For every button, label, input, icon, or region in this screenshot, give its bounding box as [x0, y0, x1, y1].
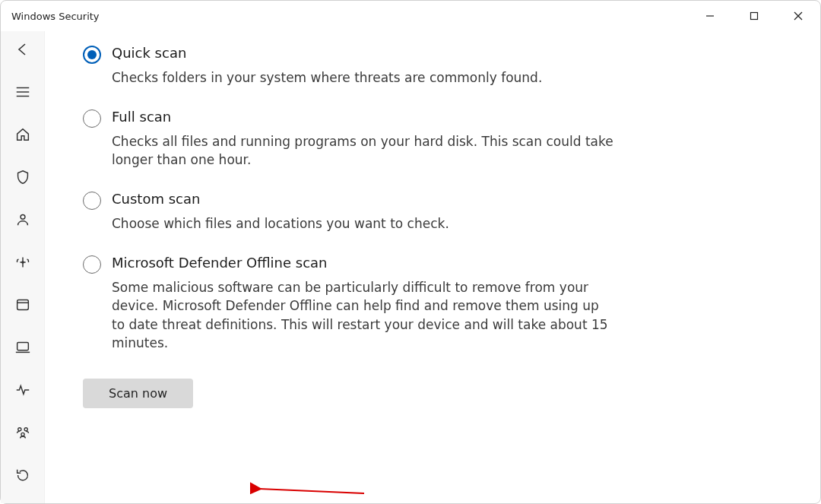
app-browser-icon[interactable]: [7, 291, 39, 319]
scan-option-custom[interactable]: Custom scan Choose which files and locat…: [83, 191, 615, 233]
device-icon[interactable]: [7, 334, 39, 361]
family-icon[interactable]: [7, 419, 39, 446]
option-desc: Some malicious software can be particula…: [112, 278, 615, 353]
svg-point-13: [17, 428, 21, 431]
body: Quick scan Checks folders in your system…: [1, 31, 820, 503]
annotation-arrow-icon: [250, 480, 372, 502]
back-button[interactable]: [7, 36, 39, 63]
performance-icon[interactable]: [7, 376, 39, 404]
window-title: Windows Security: [11, 11, 100, 22]
svg-line-16: [259, 489, 364, 493]
history-icon[interactable]: [7, 461, 39, 489]
minimize-button[interactable]: [688, 1, 732, 31]
account-icon[interactable]: [7, 206, 39, 233]
radio-unselected-icon[interactable]: [83, 255, 101, 274]
option-title: Quick scan: [112, 45, 615, 61]
radio-selected-icon[interactable]: [83, 46, 101, 64]
svg-rect-1: [751, 13, 758, 20]
option-title: Custom scan: [112, 191, 615, 207]
svg-point-8: [21, 261, 24, 264]
firewall-icon[interactable]: [7, 249, 39, 276]
option-desc: Choose which files and locations you wan…: [112, 214, 615, 233]
option-desc: Checks all files and running programs on…: [112, 132, 615, 170]
titlebar: Windows Security: [1, 1, 820, 31]
svg-rect-9: [17, 300, 28, 310]
window-controls: [688, 1, 820, 31]
window: Windows Security: [0, 0, 821, 504]
radio-unselected-icon[interactable]: [83, 192, 101, 210]
option-text: Quick scan Checks folders in your system…: [112, 45, 615, 87]
radio-unselected-icon[interactable]: [83, 109, 101, 128]
svg-rect-11: [17, 343, 28, 350]
option-title: Full scan: [112, 109, 615, 125]
close-button[interactable]: [776, 1, 820, 31]
option-desc: Checks folders in your system where thre…: [112, 68, 615, 87]
maximize-button[interactable]: [732, 1, 776, 31]
shield-icon[interactable]: [7, 163, 39, 191]
option-title: Microsoft Defender Offline scan: [112, 255, 615, 271]
option-text: Custom scan Choose which files and locat…: [112, 191, 615, 233]
svg-point-15: [21, 433, 24, 436]
scan-option-offline[interactable]: Microsoft Defender Offline scan Some mal…: [83, 255, 615, 353]
svg-point-14: [24, 428, 27, 431]
option-text: Microsoft Defender Offline scan Some mal…: [112, 255, 615, 353]
svg-point-7: [21, 214, 25, 219]
scan-now-button[interactable]: Scan now: [83, 379, 193, 408]
sidebar: [1, 31, 45, 503]
option-text: Full scan Checks all files and running p…: [112, 109, 615, 170]
scan-option-quick[interactable]: Quick scan Checks folders in your system…: [83, 45, 615, 87]
scan-option-full[interactable]: Full scan Checks all files and running p…: [83, 109, 615, 170]
content: Quick scan Checks folders in your system…: [45, 31, 820, 503]
home-icon[interactable]: [7, 121, 39, 148]
menu-icon[interactable]: [7, 78, 39, 106]
